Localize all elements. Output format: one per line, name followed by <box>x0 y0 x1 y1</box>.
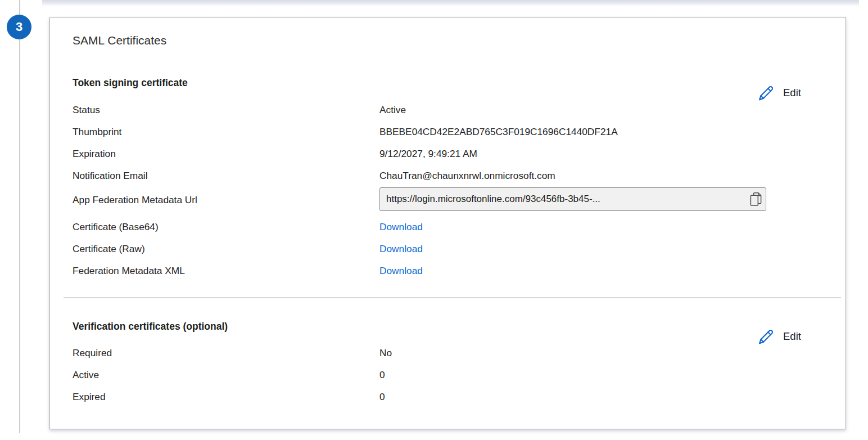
certificate-base64-download-link[interactable]: Download <box>379 219 423 235</box>
edit-pencil-icon <box>757 328 775 345</box>
copy-icon <box>749 192 762 207</box>
status-label: Status <box>73 102 100 118</box>
saml-certificates-card: SAML Certificates Token signing certific… <box>49 17 846 429</box>
edit-button-label: Edit <box>783 87 801 99</box>
app-federation-metadata-url-field[interactable]: https://login.microsoftonline.com/93c456… <box>379 187 766 211</box>
status-value: Active <box>379 102 406 118</box>
edit-button-label: Edit <box>783 330 801 343</box>
active-count-row: Active 0 <box>73 367 834 383</box>
expired-count-value: 0 <box>379 389 385 405</box>
status-row: Status Active <box>73 102 834 118</box>
edit-pencil-icon <box>757 84 775 102</box>
card-title: SAML Certificates <box>73 32 166 49</box>
previous-card-bottom-edge <box>42 0 859 6</box>
thumbprint-row: Thumbprint BBEBE04CD42E2ABD765C3F019C169… <box>73 124 834 140</box>
federation-metadata-xml-download-link[interactable]: Download <box>379 263 423 279</box>
active-count-label: Active <box>73 367 99 383</box>
expired-count-row: Expired 0 <box>73 389 834 405</box>
required-row: Required No <box>73 345 834 361</box>
edit-verification-certificates-button[interactable]: Edit <box>757 325 842 348</box>
certificate-base64-row: Certificate (Base64) Download <box>73 219 834 235</box>
certificate-base64-label: Certificate (Base64) <box>73 219 159 235</box>
certificate-raw-download-link[interactable]: Download <box>379 241 423 257</box>
thumbprint-label: Thumbprint <box>73 124 121 140</box>
federation-metadata-xml-row: Federation Metadata XML Download <box>73 263 834 279</box>
required-label: Required <box>73 345 112 361</box>
app-federation-metadata-url-label: App Federation Metadata Url <box>73 192 197 208</box>
expiration-row: Expiration 9/12/2027, 9:49:21 AM <box>73 146 834 161</box>
verification-certificates-heading: Verification certificates (optional) <box>73 318 228 334</box>
active-count-value: 0 <box>379 367 385 383</box>
token-signing-certificate-heading: Token signing certificate <box>73 75 188 91</box>
thumbprint-value: BBEBE04CD42E2ABD765C3F019C1696C1440DF21A <box>379 124 618 140</box>
expired-count-label: Expired <box>73 389 106 405</box>
step-3-badge: 3 <box>7 15 31 39</box>
section-divider <box>64 297 841 298</box>
step-number: 3 <box>16 20 22 34</box>
edit-token-signing-certificate-button[interactable]: Edit <box>757 82 842 104</box>
federation-metadata-xml-label: Federation Metadata XML <box>73 263 185 279</box>
copy-to-clipboard-button[interactable] <box>745 188 766 210</box>
step-connector-line <box>19 0 20 433</box>
certificate-raw-row: Certificate (Raw) Download <box>73 241 834 257</box>
required-value: No <box>379 345 392 361</box>
notification-email-value: ChauTran@chaunxnrwl.onmicrosoft.com <box>379 168 555 183</box>
expiration-label: Expiration <box>73 146 116 161</box>
saml-sso-setup-page: 3 SAML Certificates Token signing certif… <box>0 0 868 440</box>
certificate-raw-label: Certificate (Raw) <box>73 241 145 257</box>
notification-email-row: Notification Email ChauTran@chaunxnrwl.o… <box>73 168 834 183</box>
notification-email-label: Notification Email <box>73 168 148 183</box>
app-federation-metadata-url-value: https://login.microsoftonline.com/93c456… <box>380 194 745 205</box>
expiration-value: 9/12/2027, 9:49:21 AM <box>379 146 477 161</box>
